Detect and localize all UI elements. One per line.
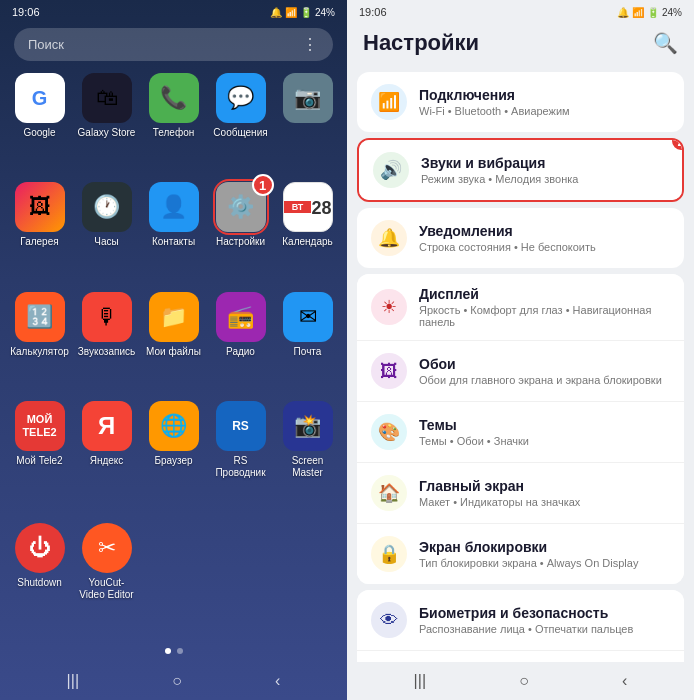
calendar-label: Календарь [282,236,332,248]
right-status-icons: 🔔 📶 🔋 24% [617,7,682,18]
themes-icon: 🎨 [371,414,407,450]
dot-1 [165,648,171,654]
right-nav-home-icon[interactable]: ○ [519,672,529,690]
themes-text: Темы Темы • Обои • Значки [419,417,670,447]
homescreen-item[interactable]: 🏠 Главный экран Макет • Индикаторы на зн… [357,463,684,524]
biometrics-title: Биометрия и безопасность [419,605,670,621]
themes-item[interactable]: 🎨 Темы Темы • Обои • Значки [357,402,684,463]
lockscreen-subtitle: Тип блокировки экрана • Always On Displa… [419,557,670,569]
biometrics-text: Биометрия и безопасность Распознавание л… [419,605,670,635]
calendar-icon: ВТ 28 [283,182,333,232]
app-yandex[interactable]: Я Яндекс [77,401,136,514]
nav-recent-icon[interactable]: ||| [67,672,79,690]
calc-label: Калькулятор [10,346,69,358]
app-calendar[interactable]: ВТ 28 Календарь [278,182,337,283]
wallpaper-title: Обои [419,356,670,372]
radio-icon: 📻 [216,292,266,342]
sounds-item[interactable]: 🔊 Звуки и вибрация Режим звука • Мелодия… [359,140,682,200]
privacy-item[interactable]: 🛡 Конфиденциальность [357,651,684,662]
sounds-title: Звуки и вибрация [421,155,668,171]
app-contacts[interactable]: 👤 Контакты [144,182,203,283]
app-rs[interactable]: RS RS Проводник [211,401,270,514]
mail-icon: ✉ [283,292,333,342]
gallery-icon: 🖼 [15,182,65,232]
right-nav-back-icon[interactable]: ‹ [622,672,627,690]
messages-label: Сообщения [213,127,267,139]
files-label: Мои файлы [146,346,201,358]
biometric-icon: 👁 [371,602,407,638]
nav-home-icon[interactable]: ○ [172,672,182,690]
wallpaper-text: Обои Обои для главного экрана и экрана б… [419,356,670,386]
app-radio[interactable]: 📻 Радио [211,292,270,393]
app-clock[interactable]: 🕐 Часы [77,182,136,283]
rs-icon: RS [216,401,266,451]
contacts-icon: 👤 [149,182,199,232]
app-recorder[interactable]: 🎙 Звукозапись [77,292,136,393]
connections-section: 📶 Подключения Wi-Fi • Bluetooth • Авиаре… [357,72,684,132]
tele2-label: Мой Tele2 [16,455,62,467]
display-text: Дисплей Яркость • Комфорт для глаз • Нав… [419,286,670,328]
app-messages[interactable]: 💬 Сообщения [211,73,270,174]
security-section: 👁 Биометрия и безопасность Распознавание… [357,590,684,662]
app-mail[interactable]: ✉ Почта [278,292,337,393]
notifications-item[interactable]: 🔔 Уведомления Строка состояния • Не бесп… [357,208,684,268]
app-shutdown[interactable]: ⏻ Shutdown [10,523,69,636]
wallpaper-item[interactable]: 🖼 Обои Обои для главного экрана и экрана… [357,341,684,402]
lockscreen-title: Экран блокировки [419,539,670,555]
biometrics-item[interactable]: 👁 Биометрия и безопасность Распознавание… [357,590,684,651]
google-icon: G [15,73,65,123]
camera-icon: 📷 [283,73,333,123]
notifications-text: Уведомления Строка состояния • Не беспок… [419,223,670,253]
connections-title: Подключения [419,87,670,103]
app-grid: G Google 🛍 Galaxy Store 📞 Телефон 💬 Сооб… [0,69,347,640]
screenmaster-icon: 📸 [283,401,333,451]
lockscreen-item[interactable]: 🔒 Экран блокировки Тип блокировки экрана… [357,524,684,584]
search-bar[interactable]: Поиск ⋮ [14,28,333,61]
left-time: 19:06 [12,6,40,18]
app-screenmaster[interactable]: 📸 Screen Master [278,401,337,514]
settings-page-title: Настройки [363,30,479,56]
left-nav-bar: ||| ○ ‹ [0,662,347,700]
clock-label: Часы [94,236,118,248]
rs-label: RS Проводник [211,455,270,479]
app-browser[interactable]: 🌐 Браузер [144,401,203,514]
app-youcut[interactable]: ✂ YouCut- Video Editor [77,523,136,636]
lock-icon: 🔒 [371,536,407,572]
app-galaxy-store[interactable]: 🛍 Galaxy Store [77,73,136,174]
app-calc[interactable]: 🔢 Калькулятор [10,292,69,393]
right-panel: 19:06 🔔 📶 🔋 24% Настройки 🔍 📶 Подключени… [347,0,694,700]
shutdown-label: Shutdown [17,577,61,589]
clock-icon: 🕐 [82,182,132,232]
lockscreen-text: Экран блокировки Тип блокировки экрана •… [419,539,670,569]
sound-icon: 🔊 [373,152,409,188]
app-files[interactable]: 📁 Мои файлы [144,292,203,393]
homescreen-text: Главный экран Макет • Индикаторы на знач… [419,478,670,508]
display-item[interactable]: ☀ Дисплей Яркость • Комфорт для глаз • Н… [357,274,684,341]
phone-label: Телефон [153,127,194,139]
settings-label: Настройки [216,236,265,248]
youcut-label: YouCut- Video Editor [77,577,136,601]
app-google[interactable]: G Google [10,73,69,174]
contacts-label: Контакты [152,236,195,248]
left-panel: 19:06 🔔 📶 🔋 24% Поиск ⋮ G Google 🛍 Galax… [0,0,347,700]
settings-icon: ⚙️ 1 [216,182,266,232]
app-phone[interactable]: 📞 Телефон [144,73,203,174]
left-status-icons: 🔔 📶 🔋 24% [270,7,335,18]
search-placeholder: Поиск [28,37,64,52]
files-icon: 📁 [149,292,199,342]
app-settings[interactable]: ⚙️ 1 Настройки [211,182,270,283]
left-status-bar: 19:06 🔔 📶 🔋 24% [0,0,347,22]
right-status-bar: 19:06 🔔 📶 🔋 24% [347,0,694,22]
settings-search-icon[interactable]: 🔍 [653,31,678,55]
app-gallery[interactable]: 🖼 Галерея [10,182,69,283]
right-time: 19:06 [359,6,387,18]
recorder-label: Звукозапись [78,346,135,358]
screenmaster-label: Screen Master [278,455,337,479]
galaxy-label: Galaxy Store [78,127,136,139]
nav-back-icon[interactable]: ‹ [275,672,280,690]
search-menu-icon[interactable]: ⋮ [302,35,319,54]
connections-item[interactable]: 📶 Подключения Wi-Fi • Bluetooth • Авиаре… [357,72,684,132]
app-camera[interactable]: 📷 [278,73,337,174]
right-nav-recent-icon[interactable]: ||| [414,672,426,690]
app-tele2[interactable]: МОЙTELE2 Мой Tele2 [10,401,69,514]
